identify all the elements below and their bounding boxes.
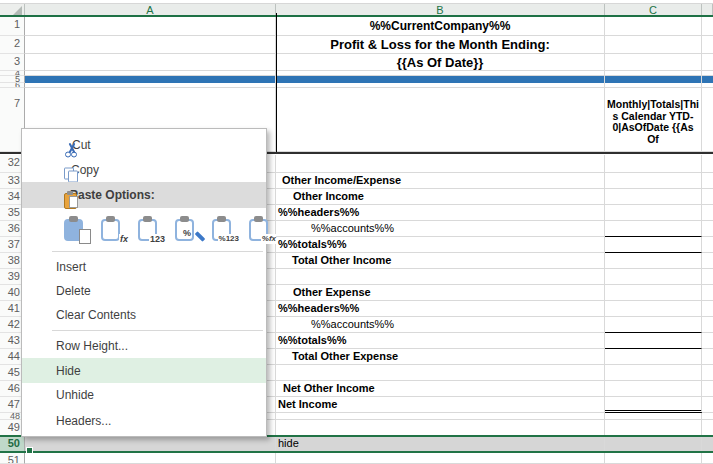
row-header-51[interactable]: 51: [0, 453, 25, 464]
cell-b39[interactable]: [276, 269, 605, 285]
cell-c49[interactable]: [605, 420, 702, 436]
header-selection-underline: [0, 15, 713, 17]
cell-b37[interactable]: %%totals%%: [276, 237, 605, 253]
cell-d35[interactable]: [702, 205, 713, 221]
cell-d44[interactable]: [702, 349, 713, 365]
cell-c45[interactable]: [605, 365, 702, 381]
cell-b44[interactable]: Total Other Expense: [276, 349, 605, 365]
cell-a3[interactable]: [25, 54, 276, 71]
cell-c42[interactable]: [605, 317, 702, 333]
cell-c44[interactable]: [605, 349, 702, 365]
paste-values-number-formatting-button[interactable]: %123: [212, 215, 236, 242]
cell-b35[interactable]: %%headers%%: [276, 205, 605, 221]
cell-b33[interactable]: Other Income/Expense: [276, 173, 605, 189]
paste-button[interactable]: [64, 215, 88, 242]
cell-b42[interactable]: %%accounts%%: [276, 317, 605, 333]
cell-d5[interactable]: [702, 76, 713, 83]
cell-b32[interactable]: [276, 155, 605, 173]
menu-item-delete[interactable]: Delete: [22, 279, 266, 303]
cell-c39[interactable]: [605, 269, 702, 285]
cell-d40[interactable]: [702, 285, 713, 301]
cell-d2[interactable]: [702, 36, 713, 54]
cell-c7-column-spec[interactable]: Monthly|Totals|This Calendar YTD-0|AsOfD…: [605, 88, 702, 152]
cell-a5[interactable]: [25, 76, 276, 83]
paste-formulas-button[interactable]: fx: [101, 215, 125, 242]
cell-b38[interactable]: Total Other Income: [276, 253, 605, 269]
cell-d3[interactable]: [702, 54, 713, 71]
cell-d41[interactable]: [702, 301, 713, 317]
cell-b1-company-title[interactable]: %%CurrentCompany%%: [276, 17, 605, 36]
row-header-5[interactable]: 5: [0, 76, 25, 83]
cell-a2[interactable]: [25, 36, 276, 54]
cell-d43[interactable]: [702, 333, 713, 349]
cell-b40[interactable]: Other Expense: [276, 285, 605, 301]
menu-item-clear-contents[interactable]: Clear Contents: [22, 303, 266, 327]
menu-item-row-height[interactable]: Row Height...: [22, 334, 266, 358]
paste-values-button[interactable]: 123: [138, 215, 162, 242]
cell-d7[interactable]: [702, 88, 713, 152]
cell-c5[interactable]: [605, 76, 702, 83]
cell-b51[interactable]: [276, 453, 605, 464]
cell-d39[interactable]: [702, 269, 713, 285]
cell-c3[interactable]: [605, 54, 702, 71]
cell-d38[interactable]: [702, 253, 713, 269]
menu-item-unhide[interactable]: Unhide: [22, 383, 266, 407]
cell-c48[interactable]: [605, 413, 702, 420]
cell-c41[interactable]: [605, 301, 702, 317]
cell-b47[interactable]: Net Income: [276, 397, 605, 413]
cell-c33[interactable]: [605, 173, 702, 189]
menu-item-headers[interactable]: Headers...: [22, 407, 266, 434]
menu-item-cut[interactable]: Cut: [22, 132, 266, 157]
cell-b45[interactable]: [276, 365, 605, 381]
cell-d37[interactable]: [702, 237, 713, 253]
cell-c43[interactable]: [605, 333, 702, 349]
cell-b41[interactable]: %%headers%%: [276, 301, 605, 317]
cell-c34[interactable]: [605, 189, 702, 205]
cell-b43[interactable]: %%totals%%: [276, 333, 605, 349]
cell-b34[interactable]: Other Income: [276, 189, 605, 205]
cell-c32[interactable]: [605, 155, 702, 173]
selection-fill-handle[interactable]: [26, 447, 33, 454]
cell-d1[interactable]: [702, 17, 713, 36]
cell-c38[interactable]: [605, 253, 702, 269]
cell-b2-report-title[interactable]: Profit & Loss for the Month Ending:: [276, 36, 605, 54]
cell-d45[interactable]: [702, 365, 713, 381]
cell-d34[interactable]: [702, 189, 713, 205]
cell-d42[interactable]: [702, 317, 713, 333]
cell-c2[interactable]: [605, 36, 702, 54]
row-header-2[interactable]: 2: [0, 36, 25, 54]
cell-d32[interactable]: [702, 155, 713, 173]
cell-c36[interactable]: [605, 221, 702, 237]
cell-c35[interactable]: [605, 205, 702, 221]
cell-c37[interactable]: [605, 237, 702, 253]
cell-c51[interactable]: [605, 453, 702, 464]
cell-b3-asofdate-title[interactable]: {{As Of Date}}: [276, 54, 605, 71]
cell-d46[interactable]: [702, 381, 713, 397]
cell-a1[interactable]: [25, 17, 276, 36]
cell-b46[interactable]: Net Other Income: [276, 381, 605, 397]
menu-item-insert[interactable]: Insert: [22, 255, 266, 279]
row-header-1[interactable]: 1: [0, 17, 25, 36]
cell-d51[interactable]: [702, 453, 713, 464]
cell-c40[interactable]: [605, 285, 702, 301]
cell-b7[interactable]: [276, 88, 605, 152]
cell-b5[interactable]: [276, 76, 605, 83]
cell-a51[interactable]: [25, 453, 276, 464]
cell-c1[interactable]: [605, 17, 702, 36]
cell-b48[interactable]: [276, 413, 605, 420]
cell-c46[interactable]: [605, 381, 702, 397]
cell-c47[interactable]: [605, 397, 702, 413]
paste-formulas-number-formatting-button[interactable]: %fx: [249, 215, 273, 242]
cell-d47[interactable]: [702, 397, 713, 413]
menu-item-paste-options[interactable]: Paste Options:: [22, 182, 266, 208]
cell-b36[interactable]: %%accounts%%: [276, 221, 605, 237]
cell-d49[interactable]: [702, 420, 713, 436]
cell-b49[interactable]: [276, 420, 605, 436]
cell-d48[interactable]: [702, 413, 713, 420]
row-header-3[interactable]: 3: [0, 54, 25, 71]
menu-item-copy[interactable]: Copy: [22, 157, 266, 182]
paste-formatting-button[interactable]: %: [175, 215, 199, 242]
cell-d36[interactable]: [702, 221, 713, 237]
menu-item-hide[interactable]: Hide: [22, 358, 266, 383]
cell-d33[interactable]: [702, 173, 713, 189]
